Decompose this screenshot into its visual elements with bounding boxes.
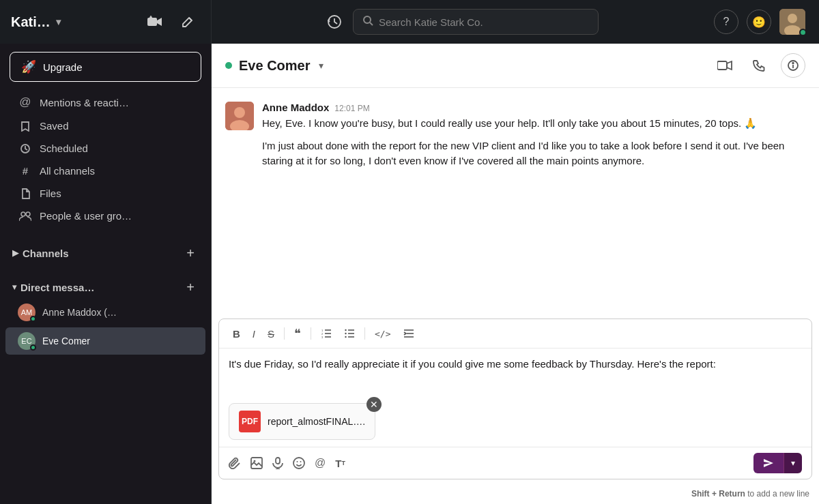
info-button[interactable] xyxy=(781,53,805,78)
people-icon xyxy=(18,211,33,221)
quote-button[interactable]: ❝ xyxy=(290,325,305,342)
history-button[interactable] xyxy=(327,14,342,29)
help-button[interactable]: ? xyxy=(714,10,738,34)
chevron-down-icon: ▾ xyxy=(12,282,16,292)
search-bar[interactable]: Search Katie Stark Co. xyxy=(353,9,599,35)
eve-status-dot xyxy=(30,344,36,351)
user-avatar-container[interactable] xyxy=(779,9,805,35)
format-text-button[interactable]: TT xyxy=(335,458,345,469)
indent-button[interactable] xyxy=(399,326,418,341)
attachment-preview: PDF report_almostFINAL…. ✕ xyxy=(229,403,375,440)
toolbar-separator-3 xyxy=(364,327,365,340)
phone-call-button[interactable] xyxy=(747,53,771,78)
add-emoji-button[interactable] xyxy=(293,457,305,469)
eve-avatar: EC xyxy=(18,332,35,350)
dm-item-eve[interactable]: EC Eve Comer xyxy=(5,327,205,355)
send-group: ▾ xyxy=(753,453,802,473)
compose-area: B I S ❝ 1 2 3 xyxy=(218,318,812,479)
compose-footer: @ TT ▾ xyxy=(219,447,811,479)
sidebar-item-people[interactable]: People & user gro… xyxy=(5,205,205,226)
new-video-button[interactable] xyxy=(143,10,167,34)
svg-point-4 xyxy=(364,16,371,23)
anne-status-dot xyxy=(30,316,36,322)
message-time: 12:01 PM xyxy=(334,104,369,113)
dm-item-anne[interactable]: AM Anne Maddox (… xyxy=(5,299,205,326)
channels-icon: # xyxy=(18,165,33,177)
sidebar-item-scheduled[interactable]: Scheduled xyxy=(5,138,205,159)
svg-point-35 xyxy=(254,460,256,462)
dm-section-toggle[interactable]: ▾ Direct messa… xyxy=(12,282,94,293)
attach-file-button[interactable] xyxy=(229,457,241,469)
mention-button[interactable]: @ xyxy=(315,457,326,469)
svg-point-17 xyxy=(234,107,245,118)
emoji-button[interactable]: 🙂 xyxy=(747,10,771,34)
top-header: Kati… ▾ xyxy=(0,0,819,44)
sidebar: 🚀 Upgrade @ Mentions & reacti… Saved Sch… xyxy=(0,44,212,504)
pdf-icon: PDF xyxy=(239,411,261,432)
svg-rect-36 xyxy=(276,458,280,464)
saved-icon xyxy=(18,121,33,132)
header-right: ? 🙂 xyxy=(714,9,819,35)
chat-name-chevron-icon[interactable]: ▾ xyxy=(319,60,324,71)
recipient-online-dot xyxy=(225,62,232,69)
workspace-actions xyxy=(143,10,200,34)
svg-point-11 xyxy=(26,212,30,216)
help-label: ? xyxy=(723,16,730,28)
svg-point-15 xyxy=(792,63,794,64)
sidebar-item-label: Saved xyxy=(40,120,69,132)
compose-button[interactable] xyxy=(175,10,200,34)
online-status-dot xyxy=(799,29,807,36)
add-channel-button[interactable]: + xyxy=(182,245,199,261)
send-button[interactable] xyxy=(753,453,784,473)
add-dm-button[interactable]: + xyxy=(182,279,199,295)
strikethrough-button[interactable]: S xyxy=(263,325,278,342)
workspace-name[interactable]: Kati… ▾ xyxy=(11,14,61,30)
message-row: Anne Maddox 12:01 PM Hey, Eve. I know yo… xyxy=(225,102,805,169)
svg-point-7 xyxy=(788,14,797,23)
code-button[interactable]: </> xyxy=(371,326,394,342)
send-options-button[interactable]: ▾ xyxy=(784,453,802,473)
unordered-list-button[interactable] xyxy=(340,326,359,341)
record-audio-button[interactable] xyxy=(272,457,283,469)
message-sender: Anne Maddox xyxy=(262,102,329,113)
ordered-list-button[interactable]: 1 2 3 xyxy=(317,326,336,341)
mentions-icon: @ xyxy=(18,95,33,109)
svg-rect-0 xyxy=(147,18,157,26)
hint-text: Shift + Return to add a new line xyxy=(691,489,809,499)
sidebar-item-saved[interactable]: Saved xyxy=(5,115,205,136)
sidebar-item-files[interactable]: Files xyxy=(5,183,205,204)
upgrade-label: Upgrade xyxy=(43,61,83,73)
compose-text: It's due Friday, so I'd really appreciat… xyxy=(229,358,716,370)
sidebar-item-label: Files xyxy=(40,188,61,199)
workspace-title: Kati… xyxy=(11,14,51,30)
compose-toolbar: B I S ❝ 1 2 3 xyxy=(219,319,811,349)
video-call-button[interactable] xyxy=(713,53,737,78)
chat-header: Eve Comer ▾ xyxy=(212,44,819,88)
message-header: Anne Maddox 12:01 PM xyxy=(262,102,805,113)
svg-point-29 xyxy=(345,333,346,334)
svg-point-30 xyxy=(345,336,346,338)
svg-text:3: 3 xyxy=(321,336,324,338)
channels-section-header: ▶ Channels + xyxy=(0,238,211,264)
message-text-2: I'm just about done with the report for … xyxy=(262,138,805,169)
workspace-section: Kati… ▾ xyxy=(0,0,212,44)
italic-button[interactable]: I xyxy=(248,325,259,342)
chevron-right-icon: ▶ xyxy=(12,248,18,258)
channels-section-toggle[interactable]: ▶ Channels xyxy=(12,248,69,259)
compose-text-area[interactable]: It's due Friday, so I'd really appreciat… xyxy=(219,349,811,403)
sidebar-item-mentions[interactable]: @ Mentions & reacti… xyxy=(5,91,205,114)
sidebar-item-all-channels[interactable]: # All channels xyxy=(5,160,205,181)
sidebar-item-label: People & user gro… xyxy=(40,210,132,222)
upgrade-button[interactable]: 🚀 Upgrade xyxy=(10,52,201,82)
svg-line-5 xyxy=(370,23,373,25)
keyboard-hint: Shift + Return to add a new line xyxy=(212,486,819,504)
chat-actions xyxy=(713,53,805,78)
emoji-icon: 🙂 xyxy=(752,16,766,29)
main-body: 🚀 Upgrade @ Mentions & reacti… Saved Sch… xyxy=(0,44,819,504)
toolbar-separator-1 xyxy=(284,327,285,340)
dm-section-label: Direct messa… xyxy=(20,282,94,293)
sidebar-item-label: Mentions & reacti… xyxy=(40,97,129,108)
add-media-button[interactable] xyxy=(250,457,263,469)
remove-attachment-button[interactable]: ✕ xyxy=(367,397,382,412)
bold-button[interactable]: B xyxy=(229,325,244,342)
